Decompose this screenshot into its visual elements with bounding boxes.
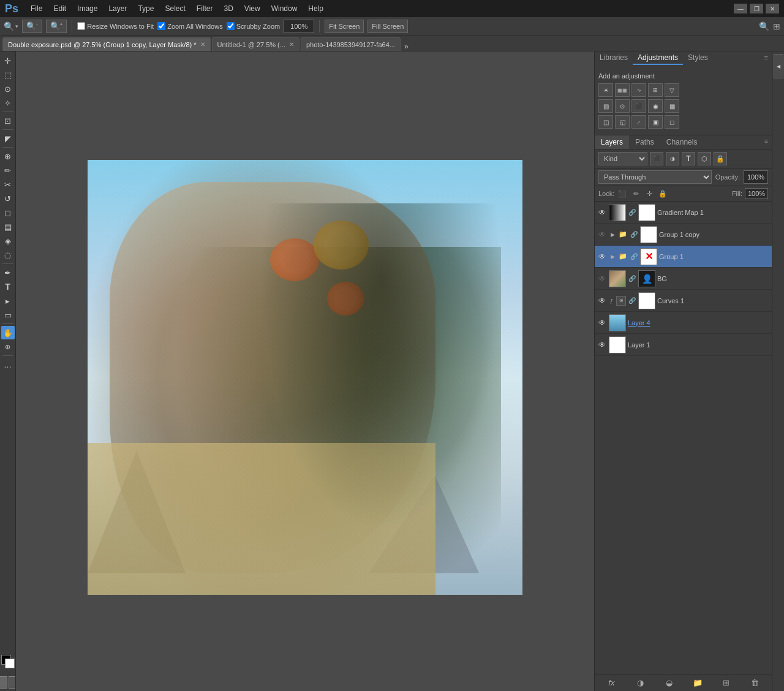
fill-input[interactable] [745, 188, 768, 199]
panel-collapse-btn[interactable]: ◀ [774, 54, 783, 78]
healing-brush-tool[interactable]: ⊕ [1, 149, 15, 163]
layer-visibility-layer4[interactable]: 👁 [597, 318, 607, 328]
menu-filter[interactable]: Filter [193, 3, 217, 14]
layer-row-gradient-map[interactable]: 👁 🔗 Gradient Map 1 [595, 202, 772, 224]
menu-layer[interactable]: Layer [105, 3, 130, 14]
layer-link-bg[interactable]: 🔗 [628, 274, 636, 283]
fill-screen-button[interactable]: Fill Screen [368, 20, 408, 33]
curves-btn[interactable]: ∿ [631, 83, 646, 97]
scrubby-zoom-input[interactable] [227, 22, 235, 30]
filter-smart-btn[interactable]: 🔒 [714, 152, 727, 165]
tab-overflow-button[interactable]: » [402, 42, 411, 51]
layer-kind-select[interactable]: Kind [598, 152, 647, 165]
arrangement-icon[interactable]: ⊞ [773, 21, 780, 31]
filter-adjustment-btn[interactable]: ◑ [666, 152, 679, 165]
tab-photo[interactable]: photo-1439853949127-fa64... [301, 37, 401, 51]
minimize-button[interactable]: — [734, 4, 747, 13]
screen-mode[interactable] [9, 676, 17, 689]
zoom-in-button[interactable]: 🔍+ [46, 20, 67, 33]
layer-link-group1[interactable]: 🔗 [630, 252, 638, 261]
layer-link-curves[interactable]: 🔗 [628, 296, 636, 305]
levels-btn[interactable]: ▦▦ [615, 83, 630, 97]
restore-button[interactable]: ❐ [750, 4, 763, 13]
eyedropper-tool[interactable]: ◤ [1, 132, 15, 145]
layers-panel-menu[interactable]: ≡ [761, 135, 772, 149]
extra-tools[interactable]: … [1, 358, 15, 371]
quick-mask-mode[interactable] [0, 676, 7, 689]
filter-pixel-btn[interactable]: ⬛ [650, 152, 663, 165]
tab-double-exposure[interactable]: Double exposure.psd @ 27.5% (Group 1 cop… [2, 37, 211, 51]
pen-tool[interactable]: ✒ [1, 266, 15, 279]
search-icon[interactable]: 🔍 [759, 21, 769, 31]
photo-filter-btn[interactable]: ◉ [648, 99, 663, 113]
lock-pixels-btn[interactable]: ✏ [630, 188, 641, 199]
opacity-input[interactable] [744, 170, 768, 184]
layer-visibility-bg[interactable]: 👁 [597, 274, 607, 284]
posterize-btn[interactable]: ◱ [615, 115, 630, 129]
layer-visibility-group1-copy[interactable]: 👁 [597, 230, 607, 240]
crop-tool[interactable]: ⊡ [1, 114, 15, 127]
resize-windows-input[interactable] [77, 22, 85, 30]
hand-tool[interactable]: ✋ [1, 326, 15, 339]
lasso-tool[interactable]: ⊙ [1, 82, 15, 96]
lock-all-btn[interactable]: 🔒 [657, 188, 668, 199]
zoom-dropdown-arrow[interactable]: ▾ [15, 23, 18, 29]
layer-link-gradient-map[interactable]: 🔗 [628, 208, 636, 217]
blend-mode-select[interactable]: Pass Through Normal Multiply Screen [598, 170, 712, 184]
filter-type-btn[interactable]: T [682, 152, 695, 165]
tab-adjustments[interactable]: Adjustments [633, 51, 683, 65]
fit-screen-button[interactable]: Fit Screen [325, 20, 364, 33]
menu-file[interactable]: File [27, 3, 46, 14]
layer-expand-group1[interactable]: ▶ [609, 252, 616, 262]
tab-layers[interactable]: Layers [595, 135, 629, 149]
resize-windows-checkbox[interactable]: Resize Windows to Fit [77, 22, 154, 30]
hsl-btn[interactable]: ▤ [598, 99, 613, 113]
layer-visibility-group1[interactable]: 👁 [597, 252, 607, 262]
gradient-tool[interactable]: ▤ [1, 220, 15, 233]
layer-visibility-gradient-map[interactable]: 👁 [597, 208, 607, 217]
layer-row-group1[interactable]: 👁 ▶ 📁 🔗 Group 1 [595, 246, 772, 268]
invert-btn[interactable]: ◫ [598, 115, 613, 129]
filter-shape-btn[interactable]: ⬡ [698, 152, 711, 165]
zoom-all-windows-checkbox[interactable]: Zoom All Windows [157, 22, 222, 30]
dodge-tool[interactable]: ◌ [1, 248, 15, 262]
menu-image[interactable]: Image [74, 3, 101, 14]
magic-wand-tool[interactable]: ✧ [1, 96, 15, 110]
zoom-value-input[interactable] [284, 20, 314, 33]
selective-color-btn[interactable]: ◻ [665, 115, 679, 129]
zoom-tool[interactable]: ⊕ [1, 340, 15, 353]
tab-untitled[interactable]: Untitled-1 @ 27.5% (... ✕ [212, 37, 300, 51]
menu-window[interactable]: Window [268, 3, 301, 14]
tab-libraries[interactable]: Libraries [595, 51, 633, 65]
zoom-all-windows-input[interactable] [157, 22, 165, 30]
brightness-contrast-btn[interactable]: ☀ [598, 83, 613, 97]
layer-expand-group1-copy[interactable]: ▶ [609, 230, 616, 240]
layer-group-button[interactable]: 📁 [691, 676, 704, 690]
panel-menu-icon[interactable]: ≡ [761, 51, 772, 65]
move-tool[interactable]: ✛ [1, 54, 15, 67]
layer-new-button[interactable]: ⊞ [720, 676, 733, 690]
path-selection-tool[interactable]: ▸ [1, 294, 15, 308]
exposure-btn[interactable]: ⊞ [648, 83, 663, 97]
layer-name-layer4[interactable]: Layer 4 [628, 319, 769, 327]
brush-tool[interactable]: ✏ [1, 164, 15, 177]
threshold-btn[interactable]: ⟋ [631, 115, 646, 129]
close-button[interactable]: ✕ [766, 4, 779, 13]
tab-styles[interactable]: Styles [683, 51, 713, 65]
layer-row-layer1[interactable]: 👁 Layer 1 [595, 334, 772, 356]
background-color-swatch[interactable] [5, 659, 15, 668]
menu-type[interactable]: Type [134, 3, 157, 14]
layer-adjustment-button[interactable]: ◒ [662, 676, 676, 690]
eraser-tool[interactable]: ◻ [1, 206, 15, 219]
selection-tool[interactable]: ⬚ [1, 68, 15, 81]
menu-edit[interactable]: Edit [50, 3, 70, 14]
zoom-out-button[interactable]: 🔍- [22, 20, 42, 33]
black-white-btn[interactable]: ⬛ [631, 99, 646, 113]
layer-delete-button[interactable]: 🗑 [748, 676, 762, 690]
tab-channels[interactable]: Channels [660, 135, 704, 149]
menu-select[interactable]: Select [161, 3, 189, 14]
layer-row-curves[interactable]: 👁 ƒ ⊙ 🔗 Curves 1 [595, 290, 772, 312]
channel-mixer-btn[interactable]: ▦ [665, 99, 679, 113]
menu-help[interactable]: Help [304, 3, 327, 14]
clone-stamp-tool[interactable]: ✂ [1, 178, 15, 191]
